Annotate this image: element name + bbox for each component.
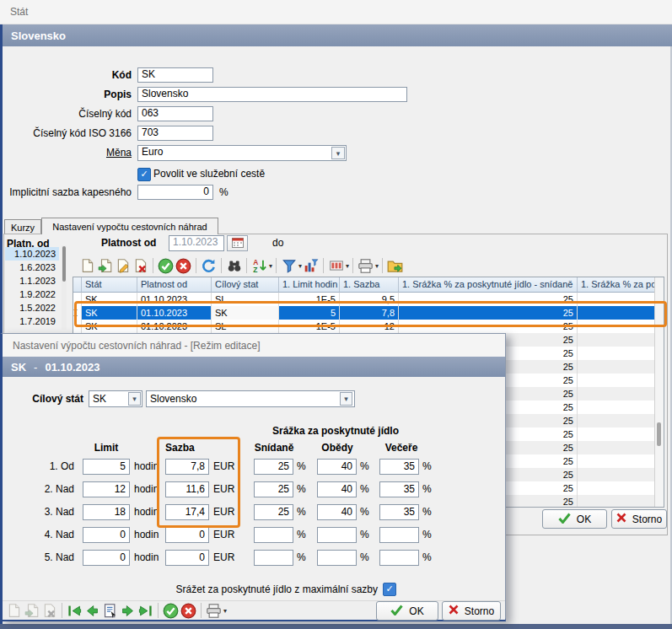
breakfast-field[interactable]	[254, 550, 293, 566]
target-country-name-arrow[interactable]: ▾	[340, 392, 352, 406]
printer-dropdown-caret[interactable]: ▾	[375, 262, 379, 270]
dialog-titlebar[interactable]: Nastavení výpočtu cestovních náhrad - [R…	[3, 334, 505, 358]
main-ok-button[interactable]: OK	[542, 509, 607, 529]
binoculars-icon[interactable]	[225, 257, 243, 274]
limit-field[interactable]: 12	[83, 481, 130, 497]
printer-icon[interactable]	[205, 602, 223, 619]
breakfast-field[interactable]	[254, 527, 293, 543]
col-platnost-od[interactable]: Platnost od	[137, 277, 212, 293]
lunch-field[interactable]	[317, 550, 357, 566]
side-list-scrollbar-thumb[interactable]	[62, 246, 66, 282]
calendar-button[interactable]	[227, 235, 248, 251]
dinner-field[interactable]	[379, 550, 419, 566]
breakfast-field[interactable]: 25	[254, 481, 293, 497]
sort-az-icon[interactable]: AZ	[250, 257, 268, 274]
page-new-icon[interactable]	[5, 602, 23, 619]
dinner-field[interactable]	[379, 527, 419, 543]
side-list-scrollbar[interactable]	[62, 245, 67, 330]
kod-field[interactable]: SK	[137, 67, 213, 83]
side-list-item[interactable]: 1.1.2023	[5, 274, 59, 288]
nav-prev-icon[interactable]	[83, 602, 101, 619]
mena-label[interactable]: Měna	[0, 145, 132, 160]
inline-edit-cell[interactable]: SK	[212, 306, 279, 320]
page-import-icon[interactable]	[96, 257, 114, 274]
rate-field[interactable]: 11,6	[165, 481, 209, 497]
printer-icon[interactable]	[357, 257, 374, 274]
tab-kurzy[interactable]: Kurzy	[4, 219, 41, 234]
nav-first-icon[interactable]	[66, 602, 83, 619]
povolit-checkbox[interactable]: ✓	[137, 168, 151, 181]
lunch-field[interactable]: 40	[317, 504, 357, 520]
rate-field[interactable]: 7,8	[165, 459, 209, 475]
sort-dropdown-caret[interactable]: ▾	[269, 262, 272, 270]
page-import-icon[interactable]	[23, 602, 40, 619]
dialog-ok-button[interactable]: OK	[376, 601, 438, 621]
rates-table-header[interactable]: Stát Platnost od Cílový stat 1. Limit ho…	[73, 277, 664, 293]
rate-field[interactable]: 0	[165, 527, 209, 543]
ciselny-kod-field[interactable]: 063	[137, 106, 213, 121]
table-row[interactable]: SK 01.10.2023 SL 1E-5 12 25	[73, 320, 664, 333]
main-storno-button[interactable]: Storno	[611, 509, 667, 529]
main-window-titlebar[interactable]: Stát	[0, 0, 672, 24]
page-delete-icon[interactable]	[40, 602, 58, 619]
side-list-item[interactable]: 1.6.2023	[5, 261, 59, 274]
table-scrollbar[interactable]	[654, 277, 664, 507]
rate-field[interactable]: 0	[165, 550, 209, 566]
tab-nastaveni-nahrad[interactable]: Nastavení vypočtu cestovních náhrad	[41, 218, 218, 234]
dinner-field[interactable]: 35	[379, 459, 419, 475]
columns-icon[interactable]	[327, 257, 345, 274]
filter-chart-icon[interactable]	[302, 257, 320, 274]
lunch-field[interactable]: 40	[317, 481, 357, 497]
lunch-field[interactable]: 40	[317, 459, 357, 475]
side-list-item[interactable]: 1.10.2023	[5, 247, 59, 261]
limit-field[interactable]: 0	[83, 550, 130, 566]
nav-last-icon[interactable]	[137, 602, 154, 619]
target-country-code-arrow[interactable]: ▾	[128, 392, 141, 406]
cancel-icon[interactable]	[175, 257, 192, 274]
iso-kod-field[interactable]: 703	[137, 126, 213, 141]
side-list-item[interactable]: 1.5.2022	[5, 301, 59, 314]
breakfast-field[interactable]: 25	[254, 459, 293, 475]
confirm-icon[interactable]	[157, 257, 175, 274]
confirm-icon[interactable]	[162, 602, 180, 619]
lunch-field[interactable]	[317, 527, 357, 543]
filter-icon[interactable]	[280, 257, 298, 274]
page-delete-icon[interactable]	[132, 257, 149, 274]
nav-next-icon[interactable]	[119, 602, 137, 619]
dinner-field[interactable]: 35	[379, 481, 419, 497]
dialog-storno-button[interactable]: Storno	[442, 601, 501, 621]
pocket-rate-field[interactable]: 0	[137, 185, 213, 200]
table-scrollbar-thumb[interactable]	[657, 422, 661, 446]
platnost-od-filter-input[interactable]: 1.10.2023	[169, 235, 224, 251]
page-new-icon[interactable]	[78, 257, 96, 274]
page-edit-icon[interactable]	[114, 257, 132, 274]
columns-dropdown-caret[interactable]: ▾	[346, 262, 349, 270]
cancel-icon[interactable]	[180, 602, 197, 619]
toolbar-separator	[382, 258, 383, 273]
side-list-item[interactable]: 1.7.2019	[5, 314, 59, 328]
nav-record-icon[interactable]	[101, 602, 119, 619]
table-row[interactable]: SK 01.10.2023 SI 1E-5 9,5 25	[73, 293, 664, 306]
dinner-field[interactable]: 35	[379, 504, 419, 520]
side-list-item[interactable]: 1.9.2022	[5, 288, 59, 301]
col-stat[interactable]: Stát	[82, 277, 137, 293]
col-srazka-snidane[interactable]: 1. Srážka % za poskytnuté jídlo - snídan…	[399, 277, 578, 293]
col-sazba[interactable]: 1. Sazba	[340, 277, 399, 293]
col-cilovy-stat[interactable]: Cílový stat	[212, 277, 279, 293]
mena-combo-arrow[interactable]: ▾	[331, 147, 345, 159]
max-rate-checkbox[interactable]: ✓	[383, 583, 396, 596]
target-country-name-combo[interactable]: Slovensko	[146, 390, 355, 407]
col-limit-hodin[interactable]: 1. Limit hodin	[279, 277, 340, 293]
table-row-selected[interactable]: I SK 01.10.2023 SK 5 7,8 25	[73, 306, 664, 320]
limit-field[interactable]: 0	[83, 527, 130, 543]
printer-dropdown-caret[interactable]: ▾	[223, 607, 227, 615]
popis-field[interactable]: Slovensko	[137, 87, 407, 102]
refresh-icon[interactable]	[200, 257, 218, 274]
breakfast-field[interactable]: 25	[254, 504, 293, 520]
limit-field[interactable]: 5	[83, 459, 130, 475]
limit-field[interactable]: 18	[83, 504, 130, 520]
mena-combo[interactable]: Euro	[137, 145, 347, 161]
export-icon[interactable]	[386, 257, 404, 274]
col-srazka-next[interactable]: 1. Srážka % za pos	[578, 277, 664, 293]
rate-field[interactable]: 17,4	[165, 504, 209, 520]
